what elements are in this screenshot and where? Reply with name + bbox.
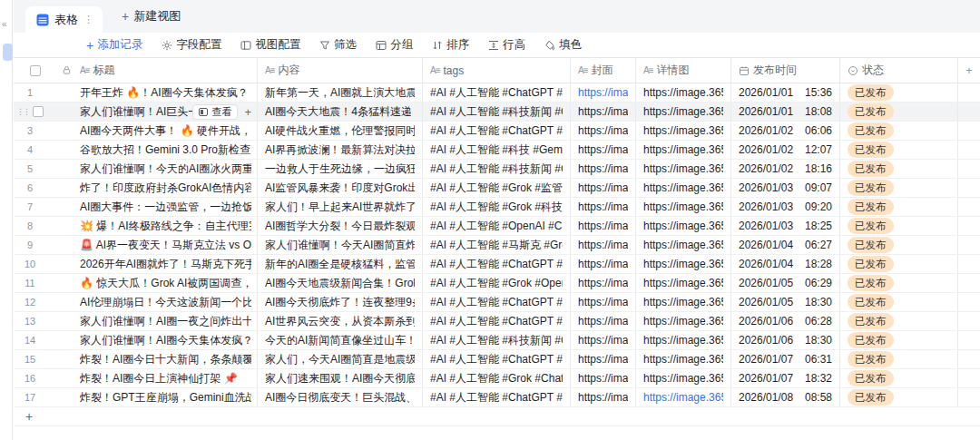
group-button[interactable]: 分组 bbox=[376, 37, 413, 53]
cell-content[interactable]: 家人们！早上起来AI世界就炸了！一边... bbox=[257, 198, 422, 216]
table-row[interactable]: 9🚨 AI界一夜变天！马斯克立法 vs OpenAI硬刚 🔥家人们谁懂啊！今天A… bbox=[14, 236, 980, 255]
cell-status[interactable]: 已发布 bbox=[839, 103, 957, 121]
insert-record-button[interactable]: + bbox=[244, 105, 251, 119]
table-row[interactable]: 5家人们谁懂啊！今天的AI圈冰火两重天 🔥 🆘一边救人于生死边缘，一边疯狂踩踏伦… bbox=[14, 160, 980, 179]
cell-publish-time[interactable]: 2026/01/0406:27 bbox=[730, 236, 839, 254]
cell-content[interactable]: AI圈今天彻底炸了！连夜整理9条最猛快... bbox=[257, 293, 422, 311]
cell-publish-time[interactable]: 2026/01/0518:30 bbox=[730, 293, 839, 311]
cell-tags[interactable]: #AI #人工智能 #ChatGPT #Gemini #... bbox=[422, 388, 570, 406]
cell-tags[interactable]: #AI #人工智能 #ChatGPT #OpenAI #... bbox=[422, 312, 570, 330]
cell-publish-time[interactable]: 2026/01/0212:07 bbox=[730, 141, 839, 159]
cell-detail[interactable]: https://image.365colori... bbox=[635, 312, 730, 330]
cell-tags[interactable]: #AI #人工智能 #Grok #科技新闻 #监... bbox=[422, 198, 570, 216]
table-row[interactable]: 13家人们谁懂啊！AI圈一夜之间炸出十大猛料？ 🧨AI世界风云突变，从资本厮杀到… bbox=[14, 312, 980, 331]
tab-table-view[interactable]: 表格 ⋮ bbox=[25, 6, 103, 33]
cover-link[interactable]: https://imag... bbox=[578, 181, 628, 194]
cell-tags[interactable]: #AI #人工智能 #科技新闻 #Grok #Ch... bbox=[422, 331, 570, 349]
cover-link[interactable]: https://imag... bbox=[578, 277, 628, 289]
table-row[interactable]: 3AI圈今天两件大事！ 🔥 硬件开战，伦理炸雷？ 🎧AI硬件战火重燃，伦理警报同… bbox=[14, 122, 980, 141]
cell-status[interactable]: 已发布 bbox=[839, 122, 957, 140]
cell-tags[interactable]: #AI #人工智能 #ChatGPT #Grok #Op... bbox=[422, 293, 570, 311]
cell-publish-time[interactable]: 2026/01/0318:25 bbox=[730, 217, 839, 235]
cell-detail[interactable]: https://image.365colori... bbox=[635, 369, 730, 387]
cover-link[interactable]: https://imag... bbox=[578, 334, 628, 347]
detail-link[interactable]: https://image.365colori... bbox=[643, 162, 723, 175]
cell-detail[interactable]: https://image.365colori... bbox=[635, 198, 730, 216]
cell-detail[interactable]: https://image.365colori... bbox=[635, 331, 730, 349]
cell-status[interactable]: 已发布 bbox=[839, 141, 957, 159]
cell-tags[interactable]: #AI #人工智能 #科技新闻 #Grok #O... bbox=[422, 160, 570, 178]
cell-publish-time[interactable]: 2026/01/0118:08 bbox=[730, 103, 839, 121]
cell-cover[interactable]: https://imag... bbox=[570, 160, 635, 178]
cell-title[interactable]: 炸裂！GPT王座崩塌，Gemini血洗战场，Grok竟成暗... bbox=[75, 388, 257, 406]
cell-detail[interactable]: https://image.365colori... bbox=[635, 255, 730, 273]
cell-status[interactable]: 已发布 bbox=[839, 255, 957, 273]
table-row[interactable]: 15炸裂！AI圈今日十大新闻，条条颠覆认知！ 🚀家人们，今天AI圈简直是地震级更… bbox=[14, 350, 980, 369]
table-row[interactable]: 7AI圈大事件：一边强监管，一边抢饭碗？！ 🚨 💼家人们！早上起来AI世界就炸了… bbox=[14, 198, 980, 217]
cell-detail[interactable]: https://image.365colori... bbox=[635, 350, 730, 368]
view-config-button[interactable]: 视图配置 bbox=[240, 37, 300, 53]
cell-detail[interactable]: https://image.365colori... bbox=[635, 293, 730, 311]
cell-status[interactable]: 已发布 bbox=[839, 274, 957, 292]
cell-title[interactable]: 🚨 AI界一夜变天！马斯克立法 vs OpenAI硬刚 🔥 bbox=[75, 236, 257, 254]
cell-cover[interactable]: https://imag... bbox=[570, 293, 635, 311]
cell-cover[interactable]: https://imag... bbox=[570, 179, 635, 197]
column-header-title[interactable]: A≡ 标题 bbox=[75, 58, 257, 83]
cell-title[interactable]: AI圈今天两件大事！ 🔥 硬件开战，伦理炸雷？ 🎧 bbox=[75, 122, 257, 140]
cell-cover[interactable]: https://imag... bbox=[570, 198, 635, 216]
cell-cover[interactable]: https://imag... bbox=[570, 388, 635, 406]
cell-cover[interactable]: https://imag... bbox=[570, 350, 635, 368]
cell-detail[interactable]: https://image.365colori... bbox=[635, 274, 730, 292]
cell-publish-time[interactable]: 2026/01/0808:58 bbox=[730, 388, 839, 406]
row-height-button[interactable]: 行高 bbox=[488, 37, 525, 53]
cell-content[interactable]: 今天的AI新闻简直像坐过山车！从金融... bbox=[257, 331, 422, 349]
cell-title[interactable]: 💥 爆！AI终极路线之争：自主代理完胜人类协同？ bbox=[75, 217, 257, 235]
cell-publish-time[interactable]: 2026/01/0206:06 bbox=[730, 122, 839, 140]
cover-link[interactable]: https://imag... bbox=[578, 315, 628, 328]
column-header-detail[interactable]: A≡ 详情图 bbox=[635, 58, 730, 83]
cell-title[interactable]: 谷歌放大招！Gemini 3.0 Pro新检查点震撼来袭！ 🚀 bbox=[75, 141, 257, 159]
cell-title[interactable]: 家人们谁懂啊！AI圈一夜之间炸出十大猛料？ 🧨 bbox=[75, 312, 257, 330]
cell-publish-time[interactable]: 2026/01/0706:31 bbox=[730, 350, 839, 368]
cell-content[interactable]: AI世界风云突变，从资本厮杀到伦理危... bbox=[257, 312, 422, 330]
tab-menu-icon[interactable]: ⋮ bbox=[83, 14, 93, 25]
cell-status[interactable]: 已发布 bbox=[839, 312, 957, 330]
cover-link[interactable]: https://imag... bbox=[578, 162, 628, 175]
cover-link[interactable]: https://imag... bbox=[578, 200, 628, 213]
add-row-button[interactable]: + bbox=[14, 407, 980, 426]
cell-tags[interactable]: #AI #人工智能 #ChatGPT #Grok #科... bbox=[422, 350, 570, 368]
add-field-button[interactable]: + bbox=[957, 58, 980, 83]
cell-publish-time[interactable]: 2026/01/0218:16 bbox=[730, 160, 839, 178]
cover-link[interactable]: https://imag... bbox=[578, 105, 628, 118]
cell-detail[interactable]: https://image.365colori... bbox=[635, 103, 730, 121]
cell-status[interactable]: 已发布 bbox=[839, 83, 957, 102]
cell-content[interactable]: 一边救人于生死边缘，一边疯狂踩踏伦... bbox=[257, 160, 422, 178]
detail-link[interactable]: https://image.365colori... bbox=[643, 181, 723, 194]
cell-content[interactable]: 新年的AI圈全是硬核猛料，监管、漏洞... bbox=[257, 255, 422, 273]
new-view-button[interactable]: + 新建视图 bbox=[122, 8, 181, 24]
cell-title[interactable]: 炸裂！AI圈今日十大新闻，条条颠覆认知！ 🚀 bbox=[75, 350, 257, 368]
cell-content[interactable]: AI监管风暴来袭！印度对Grok出手了！ ... bbox=[257, 179, 422, 197]
column-header-tags[interactable]: A≡ tags bbox=[422, 58, 570, 83]
row-checkbox[interactable] bbox=[33, 106, 44, 117]
cell-publish-time[interactable]: 2026/01/0618:30 bbox=[730, 331, 839, 349]
cell-tags[interactable]: #AI #人工智能 #ChatGPT #科技新闻 ... bbox=[422, 122, 570, 140]
cell-cover[interactable]: https://imag... bbox=[570, 83, 635, 102]
table-row[interactable]: 1开年王炸 🔥！AI圈今天集体发疯？ 📈新年第一天，AI圈就上演大地震！整理..… bbox=[14, 83, 980, 103]
cover-link[interactable]: https://imag... bbox=[578, 124, 628, 137]
column-header-status[interactable]: 状态 bbox=[839, 58, 957, 83]
table-row[interactable]: 8💥 爆！AI终极路线之争：自主代理完胜人类协同？AI圈哲学大分裂！今日最炸裂观… bbox=[14, 217, 980, 236]
table-row[interactable]: 4谷歌放大招！Gemini 3.0 Pro新检查点震撼来袭！ 🚀AI界再掀波澜！… bbox=[14, 141, 980, 160]
column-header-content[interactable]: A≡ 内容 bbox=[257, 58, 422, 83]
cell-cover[interactable]: https://imag... bbox=[570, 141, 635, 159]
column-header-publish-time[interactable]: 发布时间 bbox=[730, 58, 839, 83]
cell-content[interactable]: AI界再掀波澜！最新算法对决拉开序幕... bbox=[257, 141, 422, 159]
cell-status[interactable]: 已发布 bbox=[839, 198, 957, 216]
cell-tags[interactable]: #AI #人工智能 #Grok #监管 #科技新... bbox=[422, 179, 570, 197]
field-config-button[interactable]: 字段配置 bbox=[162, 37, 221, 53]
cell-detail[interactable]: https://image.365colori... bbox=[635, 388, 730, 406]
detail-link[interactable]: https://image.365colori... bbox=[643, 372, 723, 385]
cell-content[interactable]: 家人们，今天AI圈简直是地震级更新！ ... bbox=[257, 350, 422, 368]
cell-title[interactable]: 炸裂！AI圈今日上演神仙打架 📌 bbox=[75, 369, 257, 387]
select-all-checkbox[interactable] bbox=[30, 65, 41, 76]
